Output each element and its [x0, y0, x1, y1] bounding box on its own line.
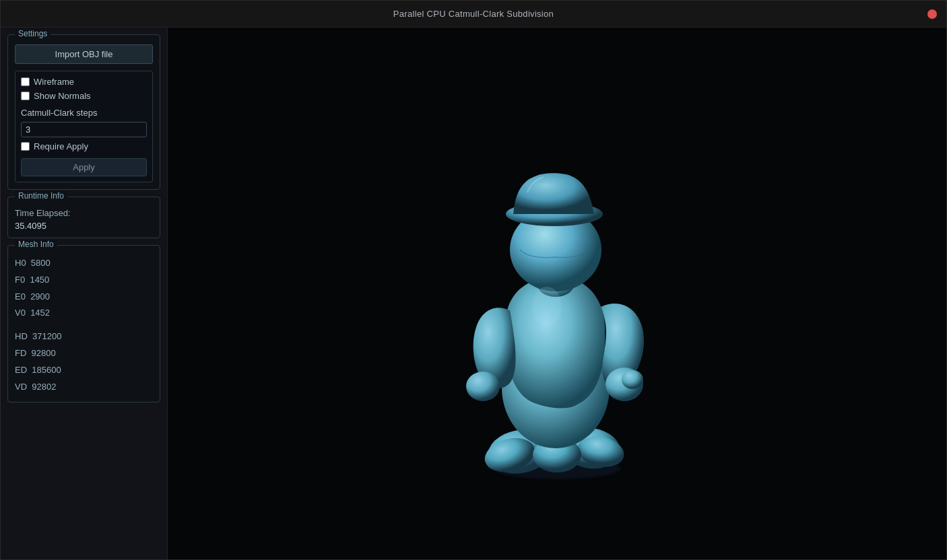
runtime-info-label: Runtime Info — [15, 191, 67, 201]
v0-row: V0 1452 — [15, 305, 153, 322]
apply-button[interactable]: Apply — [21, 158, 147, 176]
f0-row: F0 1450 — [15, 272, 153, 289]
left-panel: Settings Import OBJ file Wireframe Show … — [1, 28, 168, 559]
hd-row: HD 371200 — [15, 328, 153, 345]
e0-value: 2900 — [30, 291, 50, 302]
model-container — [168, 28, 946, 559]
time-elapsed-label: Time Elapsed: — [15, 207, 153, 219]
require-apply-label: Require Apply — [34, 141, 88, 151]
show-normals-checkbox[interactable] — [21, 92, 30, 100]
ed-row: ED 185600 — [15, 362, 153, 379]
main-content: Settings Import OBJ file Wireframe Show … — [1, 28, 946, 559]
svg-point-8 — [622, 370, 643, 389]
ed-label: ED — [15, 365, 27, 375]
h0-row: H0 5800 — [15, 255, 153, 272]
f0-label: F0 — [15, 275, 25, 285]
close-button[interactable] — [927, 9, 937, 19]
show-normals-label: Show Normals — [34, 91, 91, 101]
3d-model — [395, 105, 719, 482]
wireframe-checkbox[interactable] — [21, 77, 30, 86]
e0-label: E0 — [15, 291, 26, 302]
v0-label: V0 — [15, 308, 26, 318]
import-obj-button[interactable]: Import OBJ file — [15, 44, 153, 64]
hd-value: 371200 — [32, 331, 61, 341]
v0-value: 1452 — [30, 308, 50, 318]
fd-row: FD 92800 — [15, 345, 153, 362]
options-box: Wireframe Show Normals Catmull-Clark ste… — [15, 71, 153, 182]
e0-row: E0 2900 — [15, 289, 153, 306]
window-title: Parallel CPU Catmull-Clark Subdivision — [393, 9, 554, 19]
h0-value: 5800 — [31, 258, 51, 268]
time-elapsed-value: 35.4095 — [15, 221, 153, 231]
wireframe-row[interactable]: Wireframe — [21, 77, 147, 87]
ed-value: 185600 — [32, 365, 61, 375]
fd-label: FD — [15, 348, 26, 358]
app-window: Parallel CPU Catmull-Clark Subdivision S… — [0, 0, 947, 560]
vd-label: VD — [15, 382, 27, 392]
runtime-info-group: Runtime Info Time Elapsed: 35.4095 — [7, 197, 160, 238]
wireframe-label: Wireframe — [34, 77, 74, 87]
require-apply-checkbox[interactable] — [21, 142, 30, 151]
settings-group: Settings Import OBJ file Wireframe Show … — [7, 34, 160, 190]
vd-value: 92802 — [32, 382, 56, 392]
steps-input-row — [21, 122, 147, 137]
vd-row: VD 92802 — [15, 379, 153, 396]
show-normals-row[interactable]: Show Normals — [21, 91, 147, 101]
f0-value: 1450 — [30, 275, 49, 285]
svg-point-13 — [532, 287, 562, 327]
mesh-info-group: Mesh Info H0 5800 F0 1450 E0 2900 V0 145… — [7, 245, 160, 403]
title-bar: Parallel CPU Catmull-Clark Subdivision — [1, 1, 946, 28]
settings-group-label: Settings — [15, 29, 51, 38]
fd-value: 92800 — [32, 348, 56, 358]
catmull-steps-label: Catmull-Clark steps — [21, 108, 147, 118]
viewport[interactable] — [168, 28, 946, 559]
hd-label: HD — [15, 331, 28, 341]
catmull-steps-input[interactable] — [21, 122, 147, 137]
require-apply-row[interactable]: Require Apply — [21, 141, 147, 151]
svg-point-9 — [466, 372, 500, 401]
h0-label: H0 — [15, 258, 26, 268]
mesh-info-label: Mesh Info — [15, 240, 57, 249]
